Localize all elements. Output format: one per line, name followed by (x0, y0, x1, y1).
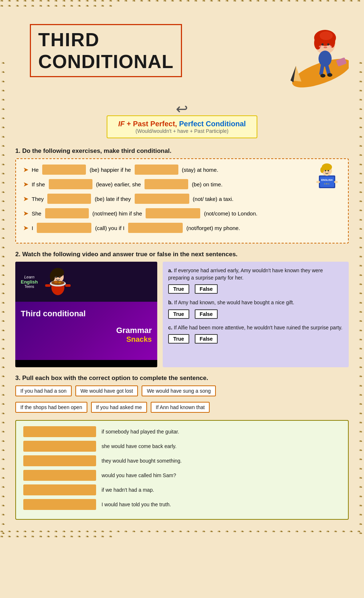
svg-point-28 (323, 171, 325, 173)
brand-english: English (21, 279, 38, 285)
svg-point-29 (328, 171, 331, 173)
match-row-4: would you have called him Sam? (23, 470, 341, 481)
video-top-bar: Learn English Teens (15, 262, 157, 302)
false-button-a[interactable]: False (195, 284, 218, 294)
ex1-hint-2a: (leave) earlier, she (96, 181, 141, 187)
formula-plus1: + Past Perfect, (127, 120, 179, 128)
svg-point-43 (58, 282, 61, 284)
formula-sub-text: (Would/wouldn't + have + Past Participle… (118, 128, 246, 134)
ex1-row-3: ➤ They (be) late if they (not/ take) a t… (23, 194, 313, 204)
ex1-input-5b[interactable] (128, 223, 183, 233)
video-girl-illustration (41, 265, 74, 298)
svg-point-14 (318, 51, 332, 67)
match-input-4[interactable] (23, 470, 96, 481)
ex1-input-3a[interactable] (47, 194, 91, 204)
bullet-2: ➤ (23, 181, 28, 188)
match-input-2[interactable] (23, 441, 96, 452)
match-row-3: they would have bought something. (23, 455, 341, 466)
svg-point-41 (51, 281, 64, 285)
ex1-input-2a[interactable] (49, 179, 92, 189)
quiz-q-c: c. If Alfie had been more attentive, he … (168, 324, 343, 332)
ex1-prefix-2: If she (32, 181, 45, 187)
title-line1: THIRD (38, 29, 174, 51)
drag-item-4[interactable]: If the shops had been open (15, 402, 87, 413)
left-dots: ❧ ❧ ❧ ❧ ❧ ❧ ❧ ❧ ❧ ❧ ❧ ❧ ❧ ❧ ❧ ❧ ❧ ❧ ❧ ❧ … (1, 60, 6, 537)
match-input-3[interactable] (23, 455, 96, 466)
ex1-hint-5a: (call) you if I (95, 225, 124, 231)
title-line2: CONDITIONAL (38, 51, 174, 72)
svg-point-8 (320, 31, 333, 40)
match-row-6: I would have told you the truth. (23, 499, 341, 510)
ex1-input-3b[interactable] (135, 194, 189, 204)
match-input-6[interactable] (23, 499, 96, 510)
svg-text:A B C: A B C (324, 183, 330, 185)
svg-point-18 (327, 73, 332, 77)
svg-point-27 (328, 170, 329, 171)
svg-rect-38 (45, 284, 51, 287)
svg-text:ENGLISH: ENGLISH (321, 179, 332, 181)
ex1-prefix-1: He (32, 167, 39, 173)
brand-learn: Learn (24, 275, 34, 279)
video-thumbnail[interactable]: Learn English Teens (15, 262, 157, 367)
bottom-dots: ❧ ❧ ❧ ❧ ❧ ❧ ❧ ❧ ❧ ❧ ❧ ❧ ❧ ❧ ❧ ❧ ❧ ❧ ❧ ❧ … (0, 531, 364, 537)
ex1-input-2b[interactable] (145, 179, 188, 189)
quiz-q-a: a. If everyone had arrived early, Amy wo… (168, 267, 343, 281)
video-title: Third conditional (21, 309, 152, 318)
match-text-6: I would have told you the truth. (102, 502, 171, 507)
svg-point-36 (55, 276, 57, 278)
match-text-5: if we hadn't had a map. (102, 487, 154, 493)
formula-arrow: ↩ (15, 100, 349, 117)
svg-point-26 (325, 170, 326, 171)
ex1-hint-3a: (be) late if they (95, 196, 131, 202)
tf-buttons-c: True False (168, 334, 343, 344)
quiz-item-b: b. If Amy had known, she would have boug… (168, 299, 343, 319)
bullet-5: ➤ (23, 225, 28, 231)
ex1-row-2: ➤ If she (leave) earlier, she (be) on ti… (23, 179, 313, 189)
svg-point-12 (319, 45, 323, 48)
ex1-prefix-3: They (32, 196, 44, 202)
ex1-input-5a[interactable] (37, 223, 91, 233)
ex1-hint-3b: (not/ take) a taxi. (193, 196, 234, 202)
left-border: ❧ ❧ ❧ ❧ ❧ ❧ ❧ ❧ ❧ ❧ ❧ ❧ ❧ ❧ ❧ ❧ ❧ ❧ ❧ ❧ … (0, 7, 7, 591)
true-button-b[interactable]: True (168, 309, 189, 319)
ex1-input-4a[interactable] (45, 208, 89, 218)
bullet-3: ➤ (23, 195, 28, 202)
video-subtitle1: Grammar (21, 326, 152, 335)
false-button-b[interactable]: False (195, 309, 218, 319)
top-border: ❧ ❧ ❧ ❧ ❧ ❧ ❧ ❧ ❧ ❧ ❧ ❧ ❧ ❧ ❧ ❧ ❧ ❧ ❧ ❧ … (0, 0, 364, 7)
drag-item-6[interactable]: If Ann had known that (151, 402, 210, 413)
formula-if: IF (118, 120, 125, 128)
ex1-hint-4b: (not/come) to London. (204, 210, 257, 217)
match-text-3: they would have bought something. (102, 458, 182, 464)
match-input-1[interactable] (23, 426, 96, 437)
drag-item-5[interactable]: If you had asked me (91, 402, 147, 413)
header-section: THIRD CONDITIONAL (15, 17, 349, 93)
drag-item-1[interactable]: If you had had a son (15, 385, 72, 396)
svg-point-9 (321, 43, 324, 45)
false-button-c[interactable]: False (195, 334, 218, 344)
ex1-prefix-4: She (32, 210, 41, 217)
bullet-1: ➤ (23, 166, 28, 173)
match-input-5[interactable] (23, 484, 96, 495)
ex1-input-1b[interactable] (135, 165, 178, 175)
svg-rect-20 (320, 177, 334, 187)
svg-rect-30 (316, 181, 320, 183)
exercise2-title: 2. Watch the following video and answer … (15, 251, 349, 258)
svg-rect-39 (65, 284, 71, 287)
ex3-match-box: if somebody had played the guitar. she w… (15, 420, 349, 520)
drag-item-3[interactable]: We would have sung a song (142, 385, 216, 396)
match-row-1: if somebody had played the guitar. (23, 426, 341, 437)
ex1-input-4b[interactable] (146, 208, 200, 218)
ex1-hint-2b: (be) on time. (192, 181, 222, 187)
ex3-drag-items: If you had had a son We would have got l… (15, 385, 349, 396)
video-subtitle2: Snacks (21, 335, 152, 344)
svg-point-37 (59, 276, 60, 278)
true-button-c[interactable]: True (168, 334, 189, 344)
formula-main-text: IF + Past Perfect, Perfect Conditional (118, 120, 246, 128)
bottom-border: ❧ ❧ ❧ ❧ ❧ ❧ ❧ ❧ ❧ ❧ ❧ ❧ ❧ ❧ ❧ ❧ ❧ ❧ ❧ ❧ … (0, 531, 364, 537)
drag-item-2[interactable]: We would have got lost (75, 385, 138, 396)
quiz-item-c: c. If Alfie had been more attentive, he … (168, 324, 343, 344)
true-button-a[interactable]: True (168, 284, 189, 294)
ex1-hint-4a: (not/meet) him if she (92, 210, 142, 217)
ex1-input-1a[interactable] (42, 165, 86, 175)
